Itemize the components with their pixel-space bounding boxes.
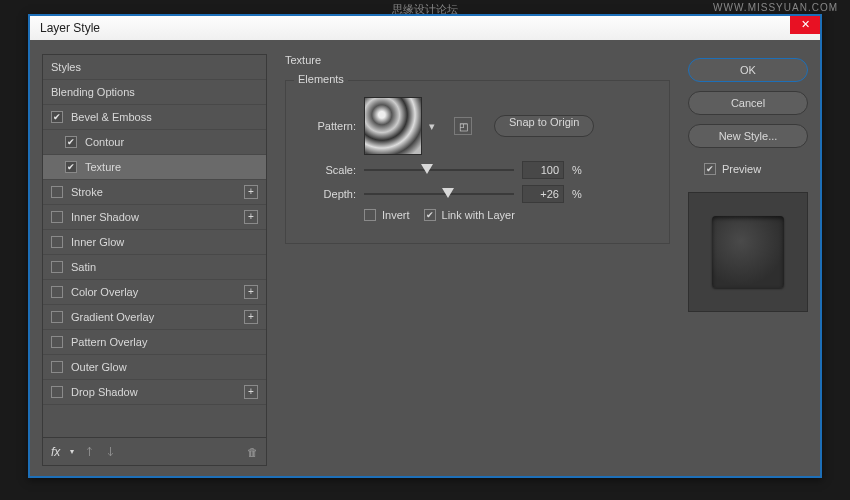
styles-column: StylesBlending Options✔Bevel & Emboss✔Co… (42, 54, 267, 466)
checkbox-icon[interactable] (51, 286, 63, 298)
checkbox-icon[interactable] (51, 336, 63, 348)
style-label: Blending Options (51, 86, 135, 98)
checkbox-icon[interactable] (51, 261, 63, 273)
cancel-button[interactable]: Cancel (688, 91, 808, 115)
preview-swatch (712, 216, 784, 288)
style-row-pattern-overlay[interactable]: Pattern Overlay (43, 330, 266, 355)
scale-input[interactable]: 100 (522, 161, 564, 179)
style-row-blending-options[interactable]: Blending Options (43, 80, 266, 105)
layer-style-dialog: Layer Style ✕ StylesBlending Options✔Bev… (28, 14, 822, 478)
checkbox-icon[interactable] (51, 236, 63, 248)
invert-label: Invert (382, 209, 410, 221)
titlebar[interactable]: Layer Style ✕ (30, 16, 820, 40)
fx-menu[interactable]: fx (51, 445, 60, 459)
checkbox-icon[interactable]: ✔ (51, 111, 63, 123)
style-label: Inner Shadow (71, 211, 139, 223)
style-row-contour[interactable]: ✔Contour (43, 130, 266, 155)
style-label: Drop Shadow (71, 386, 138, 398)
link-label: Link with Layer (442, 209, 515, 221)
style-label: Pattern Overlay (71, 336, 147, 348)
new-preset-icon[interactable]: ◰ (454, 117, 472, 135)
link-with-layer-checkbox[interactable]: ✔ Link with Layer (424, 209, 515, 221)
style-row-texture[interactable]: ✔Texture (43, 155, 266, 180)
style-row-inner-glow[interactable]: Inner Glow (43, 230, 266, 255)
checkbox-icon[interactable] (51, 361, 63, 373)
style-label: Gradient Overlay (71, 311, 154, 323)
add-effect-icon[interactable]: + (244, 185, 258, 199)
style-label: Inner Glow (71, 236, 124, 248)
add-effect-icon[interactable]: + (244, 310, 258, 324)
style-row-stroke[interactable]: Stroke+ (43, 180, 266, 205)
style-label: Outer Glow (71, 361, 127, 373)
checkbox-icon[interactable] (51, 186, 63, 198)
depth-slider[interactable] (364, 187, 514, 201)
checkbox-icon[interactable]: ✔ (65, 136, 77, 148)
style-label: Styles (51, 61, 81, 73)
depth-unit: % (572, 188, 588, 200)
trash-icon[interactable]: 🗑 (247, 446, 258, 458)
styles-footer: fx ▾ 🡑 🡓 🗑 (42, 438, 267, 466)
depth-label: Depth: (300, 188, 356, 200)
style-row-color-overlay[interactable]: Color Overlay+ (43, 280, 266, 305)
style-label: Color Overlay (71, 286, 138, 298)
depth-input[interactable]: +26 (522, 185, 564, 203)
style-row-inner-shadow[interactable]: Inner Shadow+ (43, 205, 266, 230)
move-up-icon[interactable]: 🡑 (84, 446, 95, 458)
style-row-satin[interactable]: Satin (43, 255, 266, 280)
move-down-icon[interactable]: 🡓 (105, 446, 116, 458)
snap-to-origin-button[interactable]: Snap to Origin (494, 115, 594, 137)
elements-group: Elements Pattern: ▾ ◰ Snap to Origin Sca… (285, 80, 670, 244)
pattern-label: Pattern: (300, 120, 356, 132)
styles-list: StylesBlending Options✔Bevel & Emboss✔Co… (42, 54, 267, 438)
add-effect-icon[interactable]: + (244, 385, 258, 399)
pattern-dropdown-icon[interactable]: ▾ (426, 97, 438, 155)
checkbox-icon[interactable]: ✔ (65, 161, 77, 173)
checkbox-icon[interactable] (51, 311, 63, 323)
checkbox-icon[interactable] (51, 211, 63, 223)
style-label: Bevel & Emboss (71, 111, 152, 123)
add-effect-icon[interactable]: + (244, 285, 258, 299)
style-row-gradient-overlay[interactable]: Gradient Overlay+ (43, 305, 266, 330)
style-row-outer-glow[interactable]: Outer Glow (43, 355, 266, 380)
invert-checkbox[interactable]: Invert (364, 209, 410, 221)
style-row-styles[interactable]: Styles (43, 55, 266, 80)
style-label: Stroke (71, 186, 103, 198)
add-effect-icon[interactable]: + (244, 210, 258, 224)
scale-label: Scale: (300, 164, 356, 176)
group-legend: Elements (294, 73, 348, 85)
style-row-drop-shadow[interactable]: Drop Shadow+ (43, 380, 266, 405)
style-label: Satin (71, 261, 96, 273)
scale-slider[interactable] (364, 163, 514, 177)
dialog-title: Layer Style (34, 21, 100, 35)
preview-label: Preview (722, 163, 761, 175)
settings-panel: Texture Elements Pattern: ▾ ◰ Snap to Or… (279, 54, 676, 466)
style-row-bevel-emboss[interactable]: ✔Bevel & Emboss (43, 105, 266, 130)
fx-dropdown-icon[interactable]: ▾ (70, 447, 74, 456)
preview-box (688, 192, 808, 312)
pattern-picker[interactable] (364, 97, 422, 155)
preview-checkbox[interactable]: ✔ Preview (704, 163, 808, 175)
new-style-button[interactable]: New Style... (688, 124, 808, 148)
ok-button[interactable]: OK (688, 58, 808, 82)
style-label: Texture (85, 161, 121, 173)
checkbox-icon[interactable] (51, 386, 63, 398)
scale-unit: % (572, 164, 588, 176)
section-title: Texture (285, 54, 670, 66)
style-label: Contour (85, 136, 124, 148)
close-button[interactable]: ✕ (790, 16, 820, 34)
right-column: OK Cancel New Style... ✔ Preview (688, 54, 808, 466)
watermark-right: WWW.MISSYUAN.COM (713, 2, 838, 13)
